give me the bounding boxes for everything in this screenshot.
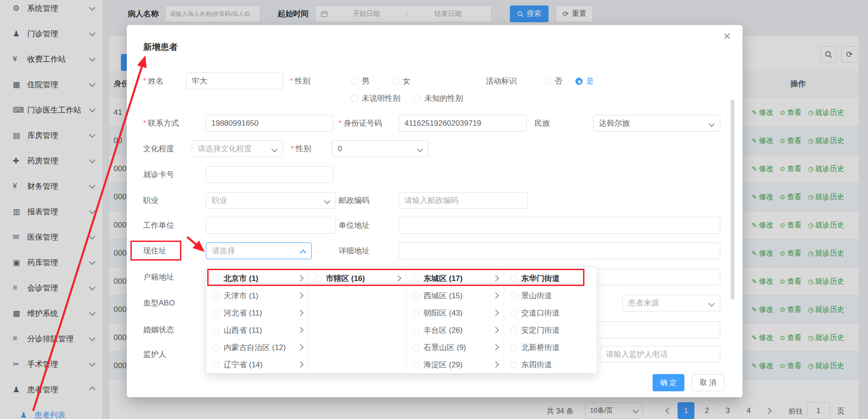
- work-unit-label: 工作单位: [143, 217, 174, 234]
- street-option[interactable]: 东四街道: [504, 356, 597, 373]
- city-option[interactable]: 市辖区 (16): [309, 270, 406, 287]
- current-address-cascader[interactable]: 请选择: [206, 242, 312, 259]
- radio-icon: [392, 78, 399, 85]
- gender-radio-female[interactable]: 女: [392, 73, 410, 89]
- radio-icon: [351, 95, 358, 102]
- card-number-label: 就诊卡号: [143, 166, 174, 183]
- education-label: 文化程度: [143, 140, 174, 157]
- province-option[interactable]: 辽宁省 (14): [206, 356, 308, 373]
- province-option[interactable]: 内蒙古自治区 (12): [206, 339, 308, 356]
- screen: ⚙系统管理 ♟门诊管理 ¥收费工作站 ▦住院管理 ⌨门诊医生工作站 ▤库房管理 …: [0, 0, 868, 419]
- chevron-down-icon: [708, 301, 715, 307]
- street-option[interactable]: 景山街道: [504, 287, 597, 304]
- gender2-label: *性别: [291, 140, 311, 157]
- active-flag-radio-no[interactable]: 否: [544, 73, 562, 89]
- radio-icon: [315, 275, 322, 282]
- radio-icon: [213, 310, 219, 316]
- occupation-select[interactable]: 职业: [206, 192, 336, 209]
- cascader-province-column: 北京市 (1) 天津市 (1) 河北省 (11) 山西省 (11) 内蒙古自治区…: [206, 267, 309, 373]
- radio-icon: [213, 361, 219, 368]
- patient-source-select[interactable]: 患者来源: [622, 295, 720, 311]
- radio-icon: [213, 327, 219, 334]
- detail-address-input[interactable]: [399, 242, 720, 259]
- gender2-select[interactable]: 0: [332, 140, 429, 157]
- gender-radio-unspecified[interactable]: 未说明性别: [351, 90, 400, 107]
- district-option[interactable]: 朝阳区 (43): [406, 304, 504, 321]
- radio-icon: [413, 327, 419, 334]
- modal-title: 新增患者: [143, 41, 178, 53]
- chevron-right-icon: [493, 361, 499, 368]
- close-icon[interactable]: ×: [721, 30, 733, 43]
- radio-icon: [213, 292, 219, 299]
- radio-icon: [351, 78, 358, 85]
- district-option[interactable]: 石景山区 (9): [406, 339, 504, 356]
- cancel-button[interactable]: 取 消: [692, 374, 724, 391]
- household-address-label: 户籍地址: [143, 269, 174, 286]
- province-option[interactable]: 天津市 (1): [206, 287, 308, 304]
- street-option[interactable]: 东华门街道: [504, 270, 597, 287]
- chevron-right-icon: [297, 327, 304, 333]
- ethnicity-select[interactable]: 达斡尔族: [593, 115, 720, 132]
- chevron-up-icon: [300, 250, 306, 256]
- province-option[interactable]: 山西省 (11): [206, 321, 308, 339]
- blood-type-label: 血型ABO: [143, 295, 175, 311]
- street-option[interactable]: 交道口街道: [504, 304, 597, 321]
- current-address-label: 现住址: [143, 242, 166, 259]
- radio-icon: [544, 78, 551, 85]
- work-unit-input[interactable]: [206, 217, 336, 234]
- education-select[interactable]: 请选择文化程度: [192, 140, 283, 157]
- ethnicity-label: 民族: [534, 115, 550, 132]
- id-number-input[interactable]: [399, 115, 527, 132]
- street-option[interactable]: 北新桥街道: [504, 339, 597, 356]
- contact-input[interactable]: [205, 115, 333, 132]
- unit-address-input[interactable]: [399, 217, 720, 234]
- district-option[interactable]: 丰台区 (26): [406, 321, 504, 339]
- radio-icon: [510, 361, 517, 368]
- cascader-city-column: 市辖区 (16): [309, 267, 406, 373]
- chevron-down-icon: [708, 121, 715, 127]
- gender-label: *性别: [290, 73, 310, 89]
- radio-icon: [413, 275, 419, 282]
- chevron-right-icon: [297, 292, 304, 299]
- card-number-input[interactable]: [206, 166, 333, 183]
- add-patient-modal: × 新增患者 *姓名 *性别 男 女 活动标识 否 是 未说明性别 未知的性别 …: [127, 25, 743, 397]
- radio-icon: [510, 292, 517, 299]
- radio-icon: [510, 310, 517, 316]
- radio-icon: [575, 78, 583, 85]
- contact-label: *联系方式: [143, 115, 179, 132]
- radio-icon: [413, 310, 419, 316]
- chevron-down-icon: [417, 146, 423, 153]
- active-flag-radio-yes[interactable]: 是: [575, 73, 594, 89]
- street-option[interactable]: 安定门街道: [504, 321, 597, 339]
- postal-code-label: 邮政编码: [339, 192, 369, 209]
- guardian-phone-input[interactable]: [600, 346, 720, 363]
- chevron-right-icon: [493, 327, 499, 333]
- chevron-right-icon: [395, 275, 401, 281]
- modal-scrollbar[interactable]: [731, 100, 734, 300]
- name-input[interactable]: [186, 73, 283, 89]
- district-option[interactable]: 西城区 (15): [406, 287, 504, 304]
- marital-status-label: 婚姻状态: [143, 321, 174, 338]
- chevron-right-icon: [297, 275, 304, 281]
- district-option[interactable]: 海淀区 (29): [406, 356, 504, 373]
- radio-icon: [213, 275, 219, 282]
- guardian-label: 监护人: [143, 346, 166, 363]
- radio-icon: [414, 95, 421, 102]
- gender-radio-unknown[interactable]: 未知的性别: [414, 90, 463, 107]
- chevron-right-icon: [297, 361, 304, 368]
- chevron-right-icon: [493, 275, 499, 281]
- unit-address-label: 单位地址: [339, 217, 369, 234]
- id-number-label: *身份证号码: [339, 115, 382, 132]
- radio-icon: [510, 327, 517, 334]
- province-option[interactable]: 北京市 (1): [206, 270, 308, 287]
- province-option[interactable]: 河北省 (11): [206, 304, 308, 321]
- cascader-district-column: 东城区 (17) 西城区 (15) 朝阳区 (43) 丰台区 (26) 石景山区…: [406, 267, 504, 373]
- confirm-button[interactable]: 确 定: [653, 374, 684, 391]
- district-option[interactable]: 东城区 (17): [406, 270, 504, 287]
- chevron-down-icon: [271, 146, 278, 153]
- chevron-down-icon: [324, 198, 330, 204]
- radio-icon: [510, 344, 517, 351]
- gender-radio-male[interactable]: 男: [351, 73, 369, 89]
- postal-code-input[interactable]: [399, 192, 528, 209]
- chevron-right-icon: [297, 344, 304, 350]
